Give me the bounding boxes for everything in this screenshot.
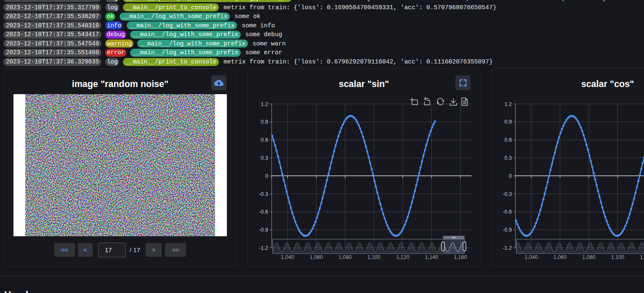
svg-text:-0.9: -0.9 (503, 227, 512, 233)
svg-text:1.2: 1.2 (505, 101, 512, 107)
svg-text:0.9: 0.9 (261, 119, 268, 125)
svg-text:-1.2: -1.2 (503, 245, 512, 251)
svg-text:1,120: 1,120 (396, 254, 409, 260)
svg-text:-0.3: -0.3 (259, 191, 268, 197)
svg-text:1,060: 1,060 (310, 254, 323, 260)
svg-text:0.3: 0.3 (505, 155, 512, 161)
svg-text:-0.9: -0.9 (259, 227, 268, 233)
svg-text:0: 0 (509, 173, 512, 179)
svg-text:1,160: 1,160 (454, 254, 467, 260)
svg-text:0.3: 0.3 (261, 155, 268, 161)
svg-text:-0.6: -0.6 (503, 209, 512, 215)
svg-text:-0.6: -0.6 (259, 209, 268, 215)
svg-text:0: 0 (265, 173, 268, 179)
svg-text:-1.2: -1.2 (259, 245, 268, 251)
svg-text:0.6: 0.6 (505, 137, 512, 143)
svg-text:1,100: 1,100 (367, 254, 381, 260)
svg-text:-0.3: -0.3 (503, 191, 512, 197)
svg-text:1,060: 1,060 (554, 254, 567, 260)
svg-text:1,100: 1,100 (611, 254, 624, 260)
svg-text:1.2: 1.2 (261, 101, 268, 107)
svg-text:0.9: 0.9 (505, 119, 512, 125)
svg-text:1,080: 1,080 (338, 254, 351, 260)
svg-text:1,040: 1,040 (281, 254, 294, 260)
svg-text:1,140: 1,140 (425, 254, 438, 260)
svg-text:0.6: 0.6 (261, 137, 268, 143)
svg-text:1,120: 1,120 (640, 254, 644, 260)
svg-text:1,080: 1,080 (582, 254, 595, 260)
svg-text:1,040: 1,040 (524, 254, 538, 260)
